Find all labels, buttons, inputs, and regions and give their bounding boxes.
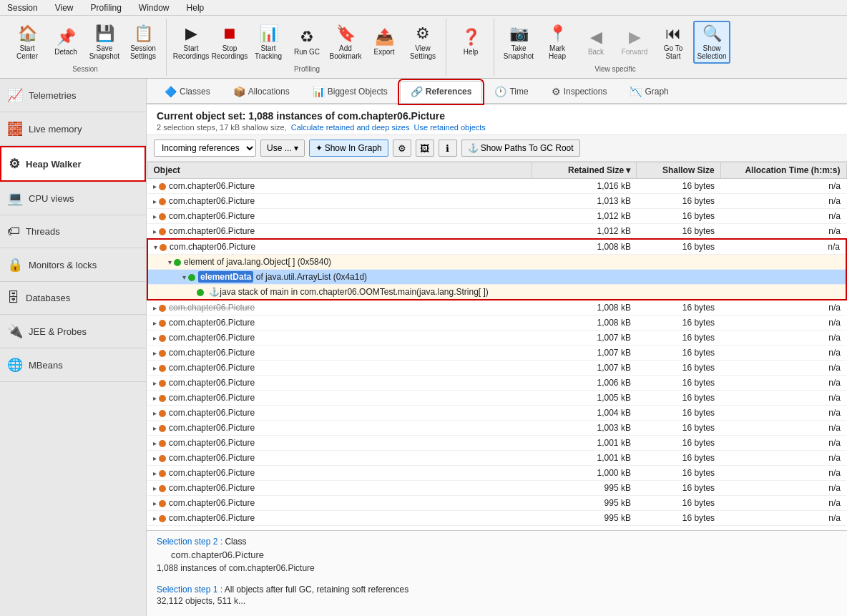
use-button[interactable]: Use ... ▾ [260,140,305,157]
show-in-graph-button[interactable]: ✦ Show In Graph [309,140,388,157]
classes-tab-icon: 🔷 [165,86,177,97]
menu-profiling[interactable]: Profiling [87,1,126,14]
cell-retained: 1,008 kB [532,239,637,255]
sidebar-item-jee-probes[interactable]: 🔌 JEE & Probes [0,315,146,348]
table-row[interactable]: ▸com.chapter06.Picture1,007 kB16 bytesn/… [147,361,846,376]
col-object[interactable]: Object [147,162,532,179]
cell-retained: 1,013 kB [532,194,637,209]
object-set-info: Current object set: 1,088 instances of c… [147,104,847,135]
cell-object: ▸com.chapter06.Picture [147,209,532,224]
table-row[interactable]: ▾com.chapter06.Picture1,008 kB16 bytesn/… [147,239,846,255]
stop-recordings-button[interactable]: ⏹StopRecordings [211,21,248,64]
show-selection-button[interactable]: 🔍ShowSelection [693,21,730,64]
references-table-wrapper[interactable]: Object Retained Size ▾ Shallow Size Allo… [147,162,847,530]
table-row[interactable]: ▸com.chapter06.Picture1,016 kB16 bytesn/… [147,179,846,194]
cell-shallow [637,285,720,300]
table-row[interactable]: ▸com.chapter06.Picture1,006 kB16 bytesn/… [147,376,846,391]
forward-button[interactable]: ▶Forward [616,21,653,64]
run-gc-button[interactable]: ♻Run GC [288,21,325,64]
start-recordings-button[interactable]: ▶StartRecordings [172,21,210,64]
table-row[interactable]: ▸com.chapter06.Picture1,008 kB16 bytesn/… [147,316,846,331]
incoming-references-dropdown[interactable]: Incoming references [154,140,256,157]
menu-view[interactable]: View [51,1,78,14]
session-settings-button[interactable]: 📋SessionSettings [124,21,162,64]
tab-biggest-objects[interactable]: 📊 Biggest Objects [302,81,398,102]
menu-window[interactable]: Window [134,1,174,14]
sidebar-item-cpu-views[interactable]: 💻 CPU views [0,182,146,215]
view-settings-button[interactable]: ⚙ViewSettings [404,21,441,64]
back-button[interactable]: ◀Back [577,21,615,64]
table-row[interactable]: ▸com.chapter06.Picture995 kB16 bytesn/a [147,496,846,511]
table-row[interactable]: ▸com.chapter06.Picture1,007 kB16 bytesn/… [147,331,846,346]
toolbar-group-profiling: ▶StartRecordings ⏹StopRecordings 📊StartT… [168,19,446,76]
go-to-start-button[interactable]: ⏮Go ToStart [655,21,692,64]
sidebar-item-databases[interactable]: 🗄 Databases [0,282,146,315]
export-button[interactable]: 📤Export [366,21,403,64]
table-header-row: Object Retained Size ▾ Shallow Size Allo… [147,162,846,179]
go-to-start-icon: ⏮ [665,24,681,43]
table-row[interactable]: ▸com.chapter06.Picture1,012 kB16 bytesn/… [147,209,846,224]
sidebar-item-live-memory[interactable]: 🧱 Live memory [0,112,146,146]
table-row[interactable]: ▸com.chapter06.Picture995 kB16 bytesn/a [147,481,846,496]
references-table: Object Retained Size ▾ Shallow Size Allo… [147,162,847,526]
table-row[interactable]: ▸com.chapter06.Picture1,013 kB16 bytesn/… [147,194,846,209]
sidebar-item-mbeans[interactable]: 🌐 MBeans [0,348,146,382]
menu-session[interactable]: Session [3,1,42,14]
take-snapshot-button[interactable]: 📷TakeSnapshot [500,21,537,64]
col-alloc-time[interactable]: Allocation Time (h:m:s) [720,162,846,179]
back-icon: ◀ [590,28,602,47]
selection-step2-link[interactable]: Selection step 2 : [157,537,222,547]
sidebar-item-heap-walker[interactable]: ⚙ Heap Walker [0,146,146,182]
tab-classes[interactable]: 🔷 Classes [154,81,221,102]
sidebar-item-telemetries[interactable]: 📈 Telemetries [0,79,146,112]
cpu-views-icon: 💻 [7,190,23,206]
table-row[interactable]: ▸com.chapter06.Picture1,007 kB16 bytesn/… [147,346,846,361]
use-retained-link[interactable]: Use retained objects [414,123,486,132]
table-row[interactable]: ▸com.chapter06.Picture1,005 kB16 bytesn/… [147,391,846,406]
table-row[interactable]: ▸com.chapter06.Picture1,004 kB16 bytesn/… [147,406,846,421]
save-snapshot-button[interactable]: 💾SaveSnapshot [86,21,123,64]
image-icon-btn[interactable]: 🖼 [416,140,434,157]
col-retained-size[interactable]: Retained Size ▾ [532,162,637,179]
cell-object: ▸com.chapter06.Picture [147,194,532,209]
table-row[interactable]: ▸com.chapter06.Picture1,012 kB16 bytesn/… [147,224,846,240]
tab-references[interactable]: 🔗 References [400,81,483,103]
tab-allocations[interactable]: 📦 Allocations [222,81,300,102]
tab-time-label: Time [509,87,528,97]
jee-probes-icon: 🔌 [7,323,23,339]
table-row[interactable]: ▾element of java.lang.Object[ ] (0x5840) [147,255,846,270]
menu-help[interactable]: Help [182,1,209,14]
cell-retained: 1,005 kB [532,391,637,406]
cell-alloc-time: n/a [720,391,846,406]
table-row[interactable]: ⚓java stack of main in com.chapter06.OOM… [147,285,846,300]
monitors-locks-icon: 🔒 [7,257,23,273]
sidebar-item-threads[interactable]: 🏷 Threads [0,215,146,248]
show-paths-gc-root-button[interactable]: ⚓ Show Paths To GC Root [461,140,580,157]
start-tracking-button[interactable]: 📊StartTracking [250,21,287,64]
cell-alloc-time: n/a [720,481,846,496]
detach-button[interactable]: 📌Detach [47,21,84,64]
cell-shallow: 16 bytes [637,361,720,376]
calculate-link[interactable]: Calculate retained and deep sizes [291,123,410,132]
add-bookmark-button[interactable]: 🔖AddBookmark [327,21,364,64]
info-icon-btn[interactable]: ℹ [439,140,457,157]
table-row[interactable]: ▾elementData of java.util.ArrayList (0x4… [147,270,846,285]
start-center-button[interactable]: 🏠StartCenter [9,21,46,64]
table-row[interactable]: ▸com.chapter06.Picture1,000 kB16 bytesn/… [147,466,846,481]
cell-retained: 1,007 kB [532,331,637,346]
help-button[interactable]: ❓Help [452,21,489,64]
col-shallow-size[interactable]: Shallow Size [637,162,720,179]
table-row[interactable]: ▸com.chapter06.Picture995 kB16 bytesn/a [147,511,846,526]
table-row[interactable]: ▸com.chapter06.Picture1,003 kB16 bytesn/… [147,421,846,436]
table-row[interactable]: ▸com.chapter06.Picture1,008 kB16 bytesn/… [147,300,846,316]
table-row[interactable]: ▸com.chapter06.Picture1,001 kB16 bytesn/… [147,436,846,451]
tab-inspections[interactable]: ⚙ Inspections [541,81,618,102]
settings-icon-btn[interactable]: ⚙ [393,140,411,157]
cell-shallow: 16 bytes [637,436,720,451]
tab-time[interactable]: 🕐 Time [484,81,539,102]
selection-step1-link[interactable]: Selection step 1 : [157,585,222,595]
sidebar-item-monitors-locks[interactable]: 🔒 Monitors & locks [0,248,146,282]
tab-graph[interactable]: 📉 Graph [619,81,679,102]
mark-heap-button[interactable]: 📍MarkHeap [539,21,576,64]
table-row[interactable]: ▸com.chapter06.Picture1,001 kB16 bytesn/… [147,451,846,466]
